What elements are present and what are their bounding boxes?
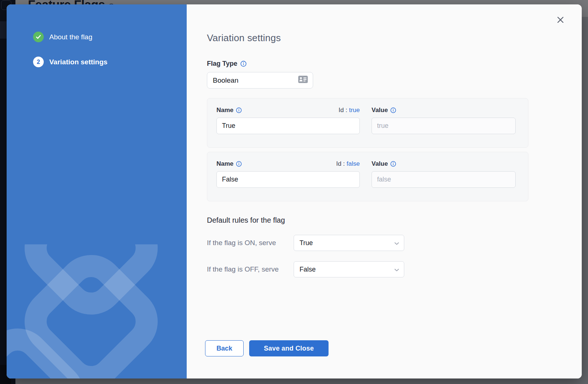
step-label: About the flag [49,33,92,41]
variation-name-input[interactable] [216,118,360,134]
default-rules-heading: Default rules for the flag [207,216,582,225]
chevron-down-icon [394,266,399,273]
step-complete-check-icon [33,32,44,42]
step-label: Variation settings [49,58,107,66]
name-label: Name [216,160,242,168]
feature-flag-wizard-modal: About the flag 2 Variation settings Vari… [7,4,582,378]
name-label: Name [216,107,242,114]
flag-type-select[interactable]: Boolean [207,72,313,89]
back-button[interactable]: Back [205,340,244,356]
value-label: Value [372,160,516,168]
rule-off-value: False [300,266,316,273]
flag-type-value: Boolean [213,76,239,85]
variation-card-true: Name Id : true Value [207,98,528,148]
step-about-the-flag[interactable]: About the flag [33,32,187,42]
info-icon[interactable] [240,61,247,67]
variation-inputs-row [216,118,519,134]
wizard-content: Variation settings Flag Type Boolean [187,4,582,378]
rule-off-label: If the flag is OFF, serve [207,265,294,273]
wizard-steps-panel: About the flag 2 Variation settings [7,4,187,378]
variation-value-input[interactable] [372,171,516,188]
close-icon[interactable] [555,15,566,25]
variation-name-input[interactable] [216,171,360,188]
rule-on-label: If the flag is ON, serve [207,239,294,247]
flag-type-field: Flag Type Boolean [207,60,582,89]
variation-id: Id : false [336,160,360,168]
rule-off-select[interactable]: False [294,261,404,277]
rule-on-value: True [300,239,313,247]
wizard-footer: Back Save and Close [205,340,329,356]
flag-type-label: Flag Type [207,60,582,68]
step-variation-settings[interactable]: 2 Variation settings [33,57,187,67]
modal-title: Variation settings [207,32,582,44]
rule-row-on: If the flag is ON, serve True [207,235,582,251]
value-label: Value [372,107,516,114]
save-and-close-button[interactable]: Save and Close [249,340,329,356]
info-icon[interactable] [236,161,242,167]
info-icon[interactable] [390,107,396,113]
step-number-badge: 2 [33,57,44,67]
rule-on-select[interactable]: True [294,235,404,251]
variation-labels-row: Name Id : false Value [216,160,519,168]
info-icon[interactable] [390,161,396,167]
variation-labels-row: Name Id : true Value [216,107,519,114]
variation-card-false: Name Id : false Value [207,152,528,201]
chevron-down-icon [394,239,399,247]
flag-type-select-icon [298,75,308,85]
info-icon[interactable] [236,107,242,113]
brand-watermark-logo [7,244,187,378]
variation-inputs-row [216,171,519,188]
screen: Feature Flags About the flag 2 Variatio [0,0,588,384]
variation-id: Id : true [338,107,360,114]
variation-value-input[interactable] [372,118,516,134]
rule-row-off: If the flag is OFF, serve False [207,261,582,277]
